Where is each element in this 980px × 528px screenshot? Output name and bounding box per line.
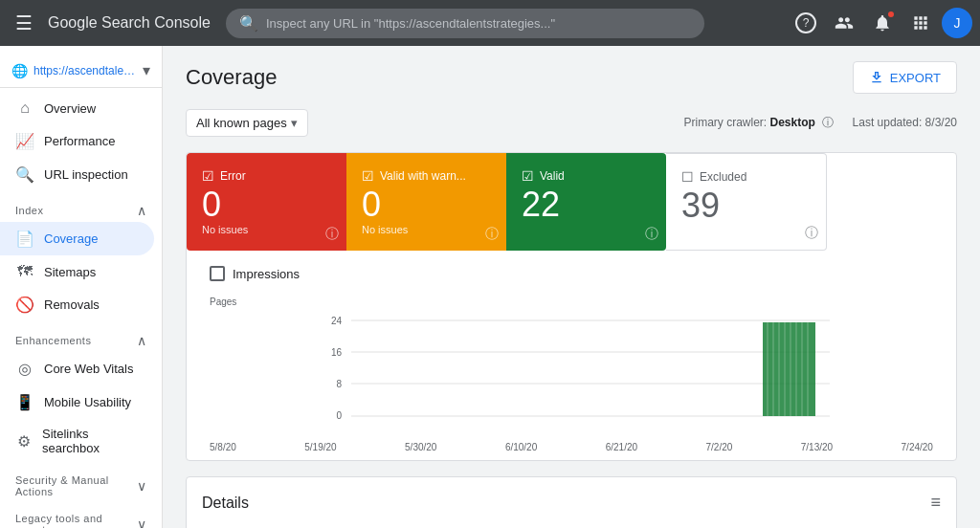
warning-card-label: Valid with warn... — [380, 169, 466, 183]
help-button[interactable]: ? — [789, 6, 823, 40]
error-card-sub: No issues — [202, 224, 331, 235]
excluded-info-icon[interactable]: ⓘ — [805, 225, 818, 242]
index-section-chevron-icon[interactable]: ∧ — [137, 203, 147, 218]
chart-x-labels: 5/8/20 5/19/20 5/30/20 6/10/20 6/21/20 7… — [210, 442, 933, 452]
apps-button[interactable] — [903, 6, 938, 40]
search-icon: 🔍 — [239, 14, 258, 33]
search-input[interactable] — [266, 16, 691, 31]
enhancements-section-label: Enhancements — [15, 335, 91, 346]
excluded-card[interactable]: ☐ Excluded 39 ⓘ — [666, 153, 827, 251]
chart-header: Impressions — [210, 266, 933, 281]
error-checkbox-icon: ☑ — [202, 168, 214, 184]
x-label-6: 7/13/20 — [801, 442, 833, 452]
excluded-card-header: ☐ Excluded — [681, 169, 811, 185]
x-label-2: 5/30/20 — [405, 442, 436, 452]
help-icon: ? — [795, 12, 816, 33]
sidebar-item-removals[interactable]: 🚫 Removals — [0, 288, 154, 321]
property-icon: 🌐 — [11, 63, 28, 78]
app-layout: 🌐 https://ascendtalentstrategies... ▾ ⌂ … — [0, 0, 980, 528]
svg-text:16: 16 — [331, 347, 343, 358]
sidebar-item-core-web-vitals[interactable]: ◎ Core Web Vitals — [0, 352, 154, 385]
sidebar-item-url-inspection[interactable]: 🔍 URL inspection — [0, 158, 154, 191]
warning-card[interactable]: ☑ Valid with warn... 0 No issues ⓘ — [346, 153, 506, 251]
sidebar-item-label: Sitemaps — [44, 265, 96, 279]
valid-card-header: ☑ Valid — [522, 168, 651, 184]
warning-checkbox-icon: ☑ — [362, 168, 374, 184]
accounts-icon — [835, 13, 854, 33]
x-label-3: 6/10/20 — [505, 442, 537, 452]
filter-dropdown[interactable]: All known pages ▾ — [186, 109, 308, 137]
index-section-label: Index — [15, 205, 43, 216]
notifications-button[interactable] — [865, 6, 900, 40]
overview-icon: ⌂ — [15, 99, 34, 117]
impressions-label: Impressions — [233, 267, 300, 281]
topbar: ☰ Google Search Console 🔍 ? J — [0, 0, 980, 46]
valid-card-label: Valid — [540, 169, 565, 183]
enhancements-section: Enhancements ∧ — [0, 321, 162, 352]
property-chevron-icon: ▾ — [143, 61, 150, 79]
sidebar-item-label: Coverage — [44, 231, 98, 246]
user-avatar[interactable]: J — [942, 8, 972, 38]
chart-grid: 24 16 8 0 — [210, 311, 933, 438]
details-header: Details ≡ — [202, 493, 941, 513]
menu-icon[interactable]: ☰ — [8, 4, 40, 42]
card-spacer — [827, 153, 956, 251]
impressions-checkbox[interactable] — [210, 266, 225, 281]
error-card-label: Error — [220, 169, 246, 183]
sidebar-item-sitelinks-searchbox[interactable]: ⚙ Sitelinks searchbox — [0, 419, 154, 463]
sidebar-item-coverage[interactable]: 📄 Coverage — [0, 222, 154, 255]
sidebar-item-label: URL inspection — [44, 167, 128, 182]
topbar-actions: ? J — [789, 6, 972, 40]
y-axis-label: Pages — [210, 297, 933, 307]
legacy-section-chevron-icon[interactable]: ∨ — [137, 517, 147, 528]
page-header: Coverage EXPORT — [186, 61, 957, 94]
filter-chevron-icon: ▾ — [291, 116, 298, 130]
search-bar[interactable]: 🔍 — [226, 9, 704, 38]
coverage-icon: 📄 — [15, 230, 34, 248]
security-section-label: Security & Manual Actions — [15, 474, 137, 497]
x-label-5: 7/2/20 — [706, 442, 733, 452]
error-card-header: ☑ Error — [202, 168, 331, 184]
x-label-0: 5/8/20 — [210, 442, 236, 452]
valid-info-icon[interactable]: ⓘ — [645, 226, 658, 243]
valid-checkbox-icon: ☑ — [522, 168, 534, 184]
accounts-button[interactable] — [827, 6, 861, 40]
excluded-checkbox-icon: ☐ — [681, 169, 694, 185]
valid-card-value: 22 — [522, 187, 651, 222]
property-selector[interactable]: 🌐 https://ascendtalentstrategies... ▾ — [0, 54, 162, 88]
sidebar-item-performance[interactable]: 📈 Performance — [0, 124, 154, 158]
warning-info-icon[interactable]: ⓘ — [485, 226, 499, 243]
error-card-value: 0 — [202, 187, 331, 222]
export-icon — [869, 70, 884, 85]
main-content: Coverage EXPORT All known pages ▾ Primar… — [163, 46, 980, 528]
export-label: EXPORT — [890, 71, 941, 85]
warning-card-header: ☑ Valid with warn... — [362, 168, 491, 184]
primary-crawler-label: Primary crawler: — [684, 116, 768, 129]
details-title: Details — [202, 495, 249, 512]
url-inspection-icon: 🔍 — [15, 165, 34, 184]
svg-text:24: 24 — [331, 316, 343, 326]
error-card[interactable]: ☑ Error 0 No issues ⓘ — [187, 153, 346, 251]
filter-rows-icon[interactable]: ≡ — [930, 493, 941, 513]
crawler-info-icon[interactable]: ⓘ — [822, 116, 834, 129]
svg-text:8: 8 — [336, 379, 342, 389]
security-section: Security & Manual Actions ∨ — [0, 463, 162, 501]
legacy-section: Legacy tools and reports ∨ — [0, 501, 162, 528]
enhancements-section-chevron-icon[interactable]: ∧ — [137, 333, 147, 348]
security-section-chevron-icon[interactable]: ∨ — [137, 478, 147, 494]
valid-card[interactable]: ☑ Valid 22 ⓘ — [506, 153, 666, 251]
chart-area: Pages 24 16 8 0 — [210, 297, 933, 452]
core-web-vitals-icon: ◎ — [15, 360, 34, 378]
crawler-info: Primary crawler: Desktop ⓘ Last updated:… — [684, 115, 957, 131]
sidebar-item-label: Sitelinks searchbox — [42, 427, 139, 455]
sitelinks-searchbox-icon: ⚙ — [15, 432, 33, 451]
excluded-card-label: Excluded — [700, 170, 746, 184]
svg-text:0: 0 — [336, 410, 342, 421]
chart-svg: 24 16 8 0 — [210, 311, 933, 435]
sidebar-item-overview[interactable]: ⌂ Overview — [0, 92, 154, 124]
filter-bar: All known pages ▾ Primary crawler: Deskt… — [186, 109, 957, 137]
error-info-icon[interactable]: ⓘ — [325, 226, 339, 243]
export-button[interactable]: EXPORT — [853, 61, 957, 94]
sidebar-item-mobile-usability[interactable]: 📱 Mobile Usability — [0, 385, 154, 419]
sidebar-item-sitemaps[interactable]: 🗺 Sitemaps — [0, 255, 154, 288]
